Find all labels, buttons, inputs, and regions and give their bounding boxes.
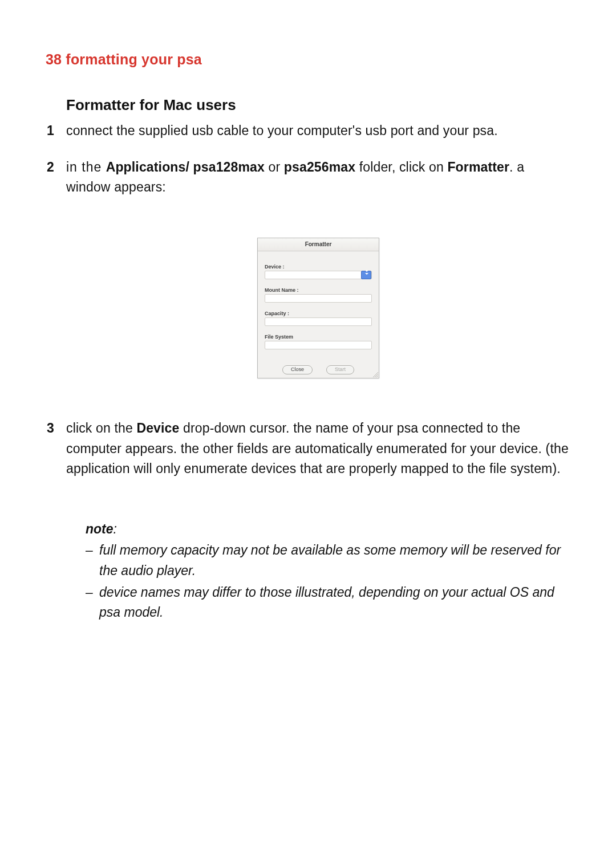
mount-name-field: Mount Name : <box>265 287 372 303</box>
step-1: 1 connect the supplied usb cable to your… <box>47 121 570 141</box>
close-button[interactable]: Close <box>282 365 313 374</box>
text-fragment: in the <box>66 160 106 174</box>
content-area: Formatter for Mac users 1 connect the su… <box>46 96 570 623</box>
notes-block: note: – full memory capacity may not be … <box>66 519 570 623</box>
text-fragment: click on the <box>66 421 136 435</box>
dash-icon: – <box>86 582 99 623</box>
file-system-field: File System <box>265 334 372 349</box>
text-fragment: or <box>265 160 284 174</box>
note-item-2: – device names may differ to those illus… <box>86 582 570 623</box>
file-system-input[interactable] <box>265 341 372 349</box>
resize-grip-icon[interactable] <box>372 371 378 377</box>
note-heading: note: <box>86 519 570 540</box>
note-text: device names may differ to those illustr… <box>99 582 570 623</box>
mount-name-input[interactable] <box>265 294 372 303</box>
device-dropdown[interactable] <box>265 271 372 279</box>
start-button[interactable]: Start <box>326 365 354 374</box>
capacity-input[interactable] <box>265 317 372 326</box>
text-bold-formatter: Formatter <box>447 160 509 174</box>
dash-icon: – <box>86 540 99 581</box>
device-label: Device : <box>265 264 372 270</box>
text-bold-device: Device <box>136 421 179 435</box>
text-bold-psa256max: psa256max <box>284 160 355 174</box>
window-button-row: Close Start <box>258 353 379 378</box>
capacity-label: Capacity : <box>265 311 372 316</box>
file-system-label: File System <box>265 334 372 340</box>
step-3: 3 click on the Device drop-down cursor. … <box>47 418 570 479</box>
capacity-field: Capacity : <box>265 311 372 326</box>
text-bold-applications: Applications/ psa128max <box>106 160 265 174</box>
device-field: Device : <box>265 264 372 279</box>
window-titlebar: Formatter <box>258 238 379 251</box>
note-item-1: – full memory capacity may not be availa… <box>86 540 570 581</box>
step-number: 2 <box>47 157 66 178</box>
formatter-window: Formatter Device : Mount Name : Capacity… <box>257 238 379 378</box>
mount-name-label: Mount Name : <box>265 287 372 293</box>
step-2: 2 in the Applications/ psa128max or psa2… <box>47 157 570 198</box>
step-text: in the Applications/ psa128max or psa256… <box>66 157 570 198</box>
window-body: Device : Mount Name : Capacity : File Sy… <box>258 251 379 353</box>
note-head-word: note <box>86 521 114 536</box>
formatter-window-illustration: Formatter Device : Mount Name : Capacity… <box>66 238 570 378</box>
step-text: click on the Device drop-down cursor. th… <box>66 418 570 479</box>
step-text: connect the supplied usb cable to your c… <box>66 121 570 141</box>
page-header: 38 formatting your psa <box>46 51 570 68</box>
step-number: 3 <box>47 418 66 439</box>
subheading: Formatter for Mac users <box>66 96 570 114</box>
note-head-colon: : <box>114 521 117 536</box>
text-fragment: folder, click on <box>355 160 447 174</box>
note-text: full memory capacity may not be availabl… <box>99 540 570 581</box>
step-number: 1 <box>47 121 66 141</box>
window-title: Formatter <box>305 241 332 247</box>
